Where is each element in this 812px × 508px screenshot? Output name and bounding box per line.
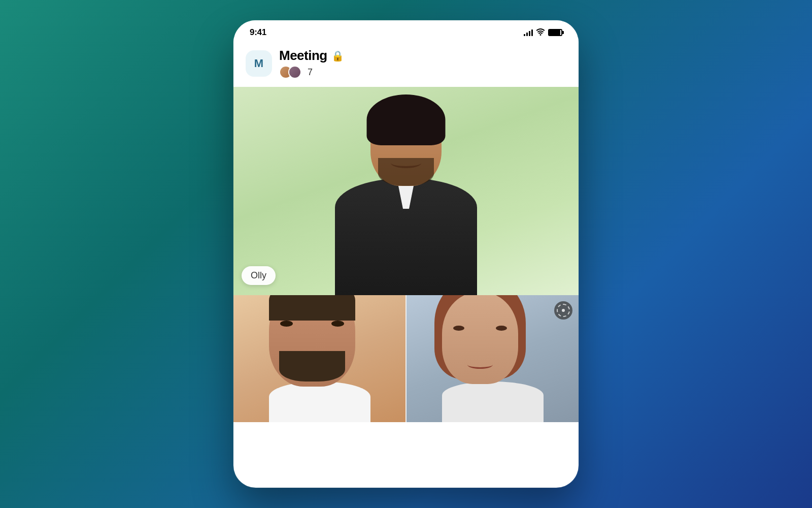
speaker-name-badge: Olly	[242, 266, 276, 285]
main-video[interactable]: Olly	[233, 87, 579, 295]
person-3-figure	[407, 295, 579, 422]
status-icons	[524, 28, 562, 37]
meeting-header: M Meeting 🔒 7	[233, 42, 579, 87]
meeting-title: Meeting	[279, 48, 327, 64]
person-2-hair	[269, 295, 355, 321]
main-speaker-figure	[325, 94, 487, 295]
person-2-beard	[279, 351, 345, 382]
status-time: 9:41	[250, 27, 266, 38]
person3-mouth	[467, 361, 493, 369]
participants-row: 7	[279, 66, 344, 79]
options-dots-ring	[557, 304, 570, 317]
options-center-dot	[562, 309, 565, 312]
body-shape	[335, 178, 477, 295]
person2-eye-right	[331, 321, 344, 327]
meeting-title-content: Meeting 🔒 7	[279, 48, 344, 79]
person-2-figure	[233, 295, 405, 422]
person3-eye-left	[453, 326, 464, 331]
signal-bar-1	[524, 34, 525, 36]
meeting-avatar-letter: M	[254, 57, 263, 70]
phone-frame: 9:41 M Meet	[233, 20, 579, 488]
person3-eye-right	[496, 326, 507, 331]
person-2-body-group	[269, 295, 370, 422]
participant-avatar-2	[288, 66, 301, 79]
participant-avatars	[279, 66, 297, 79]
speaker-name: Olly	[251, 270, 266, 280]
person-2-torso	[269, 382, 370, 422]
video-tile-1[interactable]	[233, 295, 405, 422]
hair-shape	[367, 94, 446, 145]
avatar-face-2	[289, 67, 300, 78]
bottom-video-strip	[233, 295, 579, 422]
person-3-torso	[442, 382, 544, 422]
signal-bar-4	[531, 29, 533, 36]
signal-bar-3	[529, 31, 530, 36]
video-tile-2[interactable]	[407, 295, 579, 422]
signal-bar-2	[526, 33, 528, 36]
wifi-icon	[536, 28, 545, 37]
lock-icon: 🔒	[331, 50, 344, 62]
participant-count: 7	[308, 67, 313, 78]
person-3-body-group	[442, 295, 544, 422]
meeting-title-row: M Meeting 🔒 7	[246, 48, 566, 79]
beard	[378, 158, 434, 186]
status-bar: 9:41	[233, 20, 579, 42]
person-3-head	[442, 295, 518, 384]
signal-icon	[524, 29, 533, 36]
battery-fill	[549, 30, 560, 35]
battery-icon	[548, 29, 562, 36]
options-button[interactable]	[554, 301, 572, 320]
person2-eye-left	[280, 321, 293, 327]
meeting-title-line: Meeting 🔒	[279, 48, 344, 64]
person-2-head	[269, 295, 355, 387]
meeting-avatar: M	[246, 50, 272, 77]
